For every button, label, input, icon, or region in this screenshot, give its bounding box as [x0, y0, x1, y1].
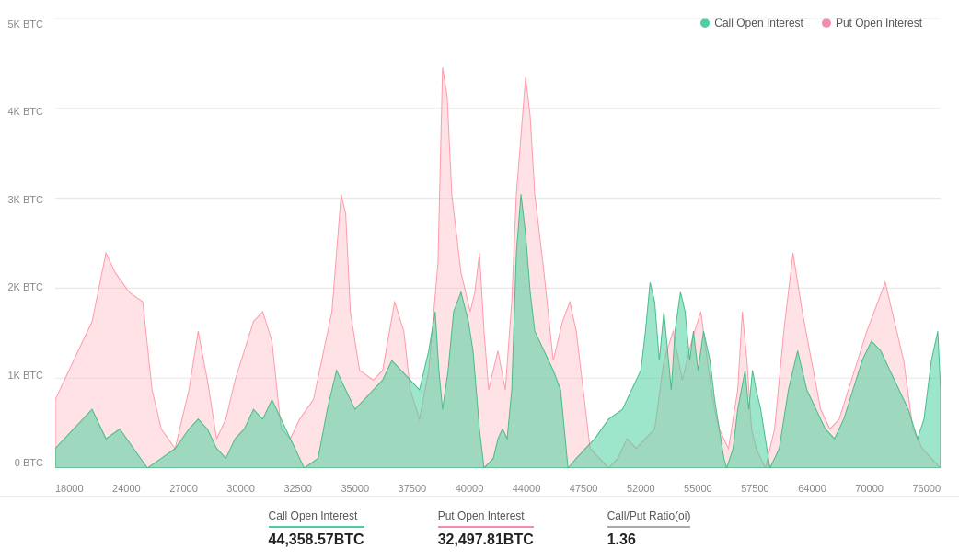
- x-label-52000: 52000: [627, 483, 655, 494]
- ratio-value: 1.36: [607, 531, 636, 548]
- x-axis: 18000 24000 27000 30000 32500 35000 3750…: [55, 483, 941, 494]
- x-label-44000: 44000: [513, 483, 541, 494]
- x-label-40000: 40000: [456, 483, 484, 494]
- summary-bar: Call Open Interest 44,358.57BTC Put Open…: [0, 496, 959, 560]
- x-label-18000: 18000: [55, 483, 84, 494]
- call-oi-value: 44,358.57BTC: [269, 531, 364, 548]
- x-label-47500: 47500: [570, 483, 598, 494]
- chart-container: Call Open Interest Put Open Interest 5K …: [0, 0, 959, 560]
- x-label-32500: 32500: [283, 483, 312, 494]
- y-axis: 5K BTC 4K BTC 3K BTC 2K BTC 1K BTC 0 BTC: [0, 18, 51, 468]
- put-oi-value: 32,497.81BTC: [438, 531, 534, 548]
- y-label-1k: 1K BTC: [7, 370, 43, 381]
- x-label-70000: 70000: [855, 483, 884, 494]
- put-oi-label: Put Open Interest: [438, 509, 525, 522]
- x-label-64000: 64000: [798, 483, 826, 494]
- call-oi-underline: [269, 526, 364, 528]
- y-label-3k: 3K BTC: [7, 194, 43, 205]
- chart-area: [55, 18, 941, 468]
- y-label-5k: 5K BTC: [7, 18, 43, 29]
- x-label-76000: 76000: [912, 483, 941, 494]
- x-label-27000: 27000: [169, 483, 198, 494]
- ratio-label: Call/Put Ratio(oi): [607, 509, 691, 522]
- x-label-35000: 35000: [341, 483, 369, 494]
- summary-call-oi: Call Open Interest 44,358.57BTC: [269, 509, 364, 548]
- y-label-4k: 4K BTC: [7, 106, 43, 117]
- ratio-underline: [607, 526, 691, 528]
- call-oi-label: Call Open Interest: [269, 509, 358, 522]
- x-label-37500: 37500: [399, 483, 427, 494]
- x-label-57500: 57500: [741, 483, 769, 494]
- x-label-24000: 24000: [112, 483, 141, 494]
- put-oi-underline: [438, 526, 534, 528]
- summary-put-oi: Put Open Interest 32,497.81BTC: [438, 509, 534, 548]
- chart-svg: [55, 18, 941, 468]
- x-label-55000: 55000: [684, 483, 712, 494]
- summary-ratio: Call/Put Ratio(oi) 1.36: [607, 509, 691, 548]
- y-label-2k: 2K BTC: [7, 281, 43, 292]
- y-label-0: 0 BTC: [15, 457, 43, 468]
- x-label-30000: 30000: [226, 483, 255, 494]
